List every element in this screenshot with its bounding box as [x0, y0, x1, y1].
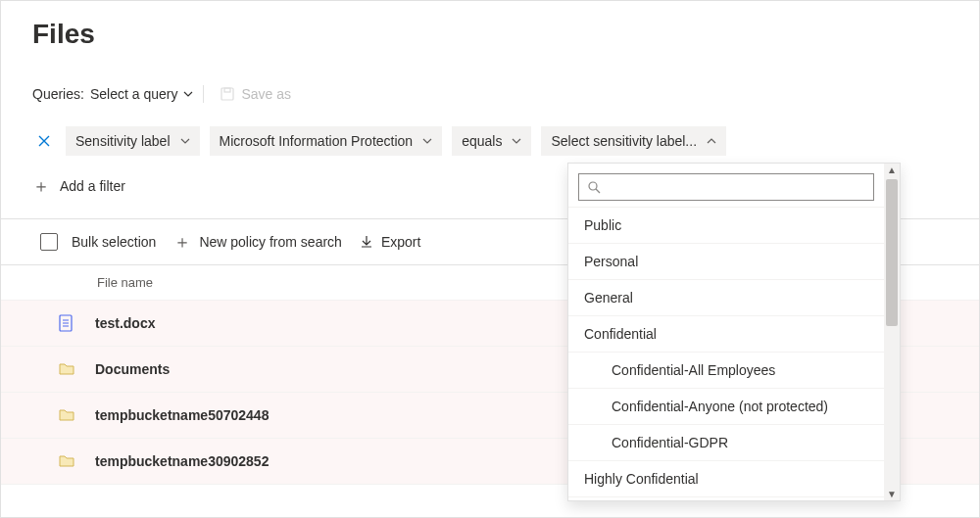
svg-point-6 [589, 182, 597, 190]
folder-icon [58, 360, 77, 378]
bulk-selection-label: Bulk selection [72, 234, 156, 250]
export-label: Export [381, 234, 420, 250]
add-filter-label: Add a filter [60, 178, 125, 194]
save-as-label: Save as [241, 86, 291, 102]
dropdown-item[interactable]: Confidential [568, 315, 884, 352]
dropdown-list: Public Personal General Confidential Con… [568, 207, 884, 500]
dropdown-item[interactable]: Confidential-All Employees [568, 352, 884, 388]
select-query-label: Select a query [90, 86, 178, 102]
new-policy-button[interactable]: ＋ New policy from search [173, 233, 342, 251]
new-policy-label: New policy from search [199, 234, 342, 250]
file-name: tempbucketname30902852 [95, 453, 269, 469]
dropdown-item[interactable]: Public [568, 207, 884, 243]
select-query-dropdown[interactable]: Select a query [90, 86, 194, 102]
queries-bar: Queries: Select a query Save as [32, 85, 979, 103]
dropdown-search[interactable] [578, 173, 874, 201]
plus-icon: ＋ [173, 233, 191, 251]
filter-field-pill[interactable]: Sensitivity label [66, 126, 200, 156]
dropdown-item[interactable]: General [568, 279, 884, 315]
dropdown-item[interactable]: Confidential-Anyone (not protected) [568, 388, 884, 424]
chevron-down-icon [512, 136, 521, 146]
chevron-down-icon [180, 136, 190, 146]
sensitivity-label-dropdown: Public Personal General Confidential Con… [567, 163, 901, 501]
scroll-down-icon[interactable]: ▼ [884, 489, 900, 499]
filter-provider-label: Microsoft Information Protection [220, 133, 414, 149]
file-name: tempbucketname50702448 [95, 407, 269, 423]
chevron-up-icon [707, 136, 716, 146]
filter-field-label: Sensitivity label [75, 133, 171, 149]
filter-provider-pill[interactable]: Microsoft Information Protection [210, 126, 443, 156]
filter-operator-label: equals [462, 133, 502, 149]
search-icon [587, 180, 601, 194]
save-as-button: Save as [220, 86, 291, 102]
dropdown-item[interactable]: Highly Confidential [568, 460, 884, 496]
close-icon [37, 134, 51, 148]
scroll-up-icon[interactable]: ▲ [884, 165, 900, 175]
folder-icon [58, 406, 77, 424]
svg-rect-1 [224, 88, 230, 92]
svg-rect-0 [221, 88, 233, 100]
file-name: test.docx [95, 315, 155, 331]
queries-label: Queries: [32, 86, 84, 102]
word-document-icon [58, 314, 77, 332]
dropdown-item[interactable]: Highly Confidential-All Employees [568, 496, 884, 500]
filter-value-label: Select sensitivity label... [551, 133, 697, 149]
scroll-thumb[interactable] [886, 179, 898, 326]
dropdown-scrollbar[interactable]: ▲ ▼ [884, 164, 900, 500]
filter-row: Sensitivity label Microsoft Information … [32, 126, 979, 156]
checkbox-icon[interactable] [40, 233, 58, 251]
chevron-down-icon [183, 89, 193, 99]
chevron-down-icon [422, 136, 432, 146]
dropdown-item[interactable]: Confidential-GDPR [568, 424, 884, 460]
svg-line-7 [596, 189, 600, 193]
export-button[interactable]: Export [360, 234, 420, 250]
filter-value-pill[interactable]: Select sensitivity label... [541, 126, 726, 156]
dropdown-search-input[interactable] [607, 178, 865, 196]
column-filename-header[interactable]: File name [97, 275, 153, 290]
vertical-divider [203, 85, 204, 103]
page-title: Files [32, 19, 979, 50]
folder-icon [58, 452, 77, 470]
file-name: Documents [95, 361, 170, 377]
bulk-selection-button[interactable]: Bulk selection [40, 233, 156, 251]
save-icon [220, 86, 235, 102]
clear-filter-button[interactable] [32, 129, 56, 153]
filter-operator-pill[interactable]: equals [452, 126, 531, 156]
plus-icon: ＋ [32, 177, 50, 195]
dropdown-item[interactable]: Personal [568, 243, 884, 279]
download-icon [360, 235, 373, 249]
